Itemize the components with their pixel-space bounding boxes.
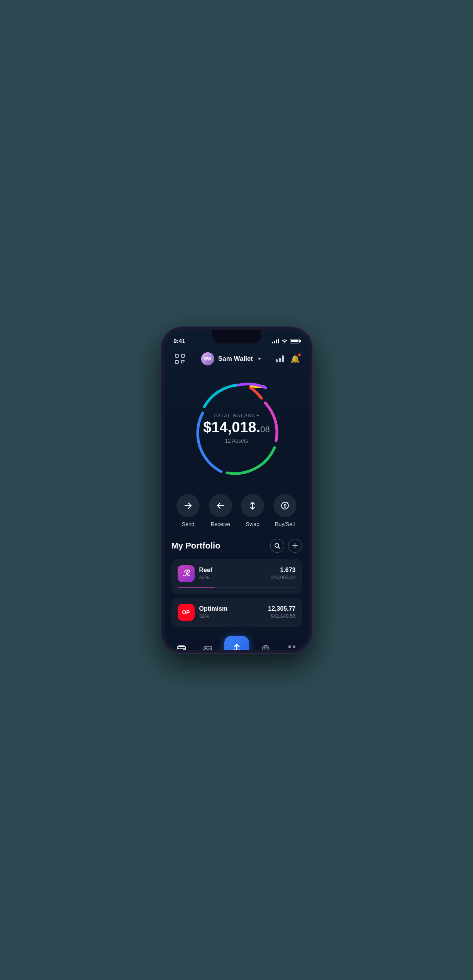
buysell-label: Buy/Sell xyxy=(275,521,295,527)
search-icon xyxy=(274,543,280,549)
reef-name: Reef xyxy=(199,567,266,574)
screen: 9:41 xyxy=(164,330,309,650)
nav-web3[interactable]: Web3 xyxy=(256,644,275,650)
swap-label: Swap xyxy=(246,521,259,527)
center-action-button[interactable] xyxy=(224,636,249,650)
send-label: Send xyxy=(182,521,195,527)
nfts-icon xyxy=(203,644,212,650)
asset-card-optimism[interactable]: OP Optimism 31% 12,305.77 $42,149.56 xyxy=(171,598,302,627)
asset-row-optimism: OP Optimism 31% 12,305.77 $42,149.56 xyxy=(178,604,296,621)
reef-bar-container xyxy=(178,587,296,588)
center-action-icon xyxy=(232,643,242,650)
send-action[interactable]: Send xyxy=(176,494,200,527)
nav-wallet[interactable]: Wallet xyxy=(172,644,191,650)
wallet-icon xyxy=(177,644,186,650)
optimism-amount: 12,305.77 xyxy=(268,605,295,612)
receive-label: Receive xyxy=(210,521,230,527)
signal-icon xyxy=(272,339,279,343)
svg-rect-25 xyxy=(293,645,295,648)
notification-button[interactable]: 🔔 xyxy=(290,354,300,363)
asset-count: 12 Assets xyxy=(225,438,248,444)
reef-info: Reef 32% xyxy=(199,567,266,580)
account-name: Sam Wallet xyxy=(218,355,253,363)
buysell-button[interactable]: $ xyxy=(273,494,297,517)
add-icon xyxy=(292,543,298,549)
web3-icon xyxy=(261,644,270,650)
reef-usd: $43,003.34 xyxy=(270,574,295,580)
bottom-nav: Wallet NFTs xyxy=(164,639,309,650)
balance-amount: $14,018.08 xyxy=(203,420,270,435)
swap-action[interactable]: Swap xyxy=(241,494,264,527)
svg-rect-26 xyxy=(288,650,291,650)
optimism-info: Optimism 31% xyxy=(199,605,264,619)
wifi-icon xyxy=(281,339,288,343)
swap-icon xyxy=(248,501,257,510)
scan-icon xyxy=(175,354,185,364)
optimism-usd: $42,149.56 xyxy=(268,613,295,619)
portfolio-header: My Portfolio xyxy=(171,539,302,553)
send-button[interactable] xyxy=(176,494,200,517)
balance-donut: TOTAL BALANCE $14,018.08 12 Assets xyxy=(164,370,309,490)
chart-icon[interactable] xyxy=(276,355,284,362)
portfolio-section: My Portfolio xyxy=(164,539,309,639)
header-right: 🔔 xyxy=(276,354,300,363)
buysell-icon: $ xyxy=(280,501,290,510)
swap-button[interactable] xyxy=(241,494,264,517)
optimism-values: 12,305.77 $42,149.56 xyxy=(268,605,295,619)
more-icon xyxy=(287,644,297,650)
optimism-pct: 31% xyxy=(199,613,264,619)
avatar: SW xyxy=(201,352,214,365)
search-button[interactable] xyxy=(270,539,284,553)
action-buttons: Send Receive xyxy=(164,490,309,539)
portfolio-title: My Portfolio xyxy=(171,541,220,551)
receive-action[interactable]: Receive xyxy=(209,494,232,527)
add-button[interactable] xyxy=(288,539,302,553)
nav-nfts[interactable]: NFTs xyxy=(198,644,217,650)
svg-rect-0 xyxy=(175,354,178,357)
svg-text:$: $ xyxy=(283,503,286,509)
reef-logo: ℛ xyxy=(178,565,195,582)
reef-bar xyxy=(178,587,215,588)
header: SW Sam Wallet 🔔 xyxy=(164,349,309,370)
phone-shell: 9:41 xyxy=(161,327,312,653)
chevron-down-icon xyxy=(258,358,261,360)
svg-line-13 xyxy=(278,547,280,549)
reef-values: 1.673 $43,003.34 xyxy=(270,567,295,580)
svg-rect-2 xyxy=(175,360,178,363)
receive-button[interactable] xyxy=(209,494,232,517)
svg-point-19 xyxy=(205,647,207,649)
account-selector[interactable]: SW Sam Wallet xyxy=(201,352,261,365)
svg-rect-24 xyxy=(288,645,291,648)
portfolio-actions xyxy=(270,539,302,553)
scan-button[interactable] xyxy=(173,352,187,366)
svg-rect-18 xyxy=(204,646,212,650)
svg-rect-17 xyxy=(183,649,185,650)
asset-card-reef[interactable]: ℛ Reef 32% 1.673 $43,003.34 xyxy=(171,559,302,594)
optimism-name: Optimism xyxy=(199,605,264,612)
reef-pct: 32% xyxy=(199,574,266,580)
nav-more[interactable]: More xyxy=(282,644,302,650)
receive-icon xyxy=(216,501,225,510)
status-icons xyxy=(272,339,300,343)
reef-amount: 1.673 xyxy=(270,567,295,574)
status-time: 9:41 xyxy=(174,338,185,344)
send-icon xyxy=(184,501,192,510)
svg-rect-27 xyxy=(293,650,295,650)
balance-label: TOTAL BALANCE xyxy=(213,413,260,418)
nav-center[interactable] xyxy=(224,644,249,650)
notch xyxy=(212,330,261,343)
optimism-logo: OP xyxy=(178,604,195,621)
svg-rect-1 xyxy=(181,354,185,357)
notification-badge xyxy=(298,353,301,357)
battery-icon xyxy=(290,339,300,343)
asset-row-reef: ℛ Reef 32% 1.673 $43,003.34 xyxy=(178,565,296,582)
balance-center: TOTAL BALANCE $14,018.08 12 Assets xyxy=(203,413,270,444)
buysell-action[interactable]: $ Buy/Sell xyxy=(273,494,297,527)
